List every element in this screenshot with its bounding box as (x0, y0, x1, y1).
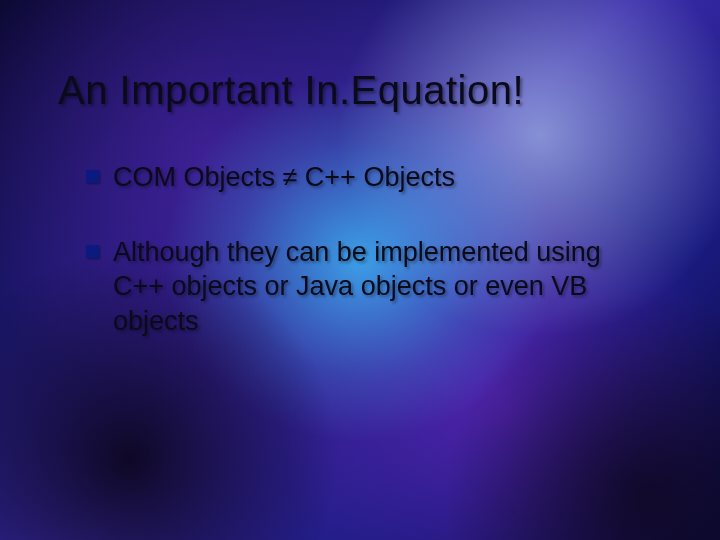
list-item: Although they can be implemented using C… (86, 235, 646, 339)
square-bullet-icon (86, 170, 99, 183)
bullet-text: Although they can be implemented using C… (113, 235, 646, 339)
list-item: COM Objects ≠ C++ Objects (86, 160, 646, 195)
slide-body: COM Objects ≠ C++ Objects Although they … (86, 160, 646, 378)
slide: An Important In.Equation! COM Objects ≠ … (0, 0, 720, 540)
square-bullet-icon (86, 245, 99, 258)
slide-title: An Important In.Equation! (58, 68, 524, 113)
bullet-text: COM Objects ≠ C++ Objects (113, 160, 646, 195)
